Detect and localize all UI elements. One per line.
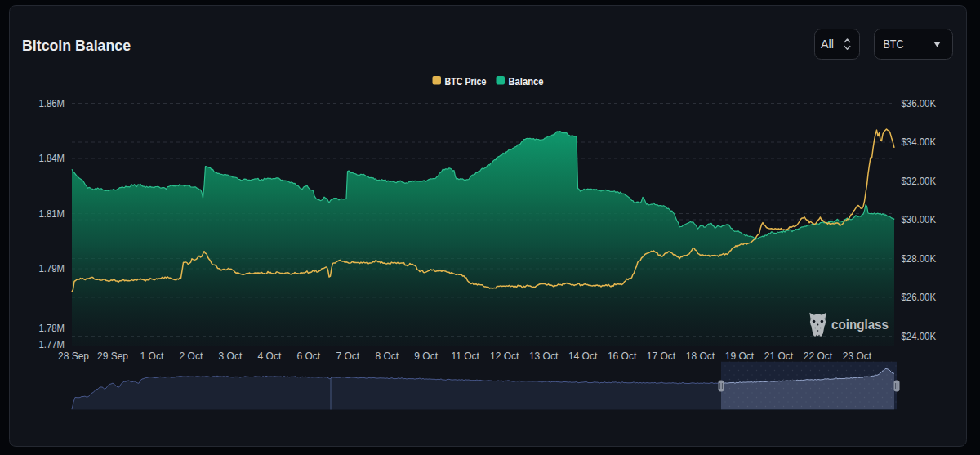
svg-text:1.77M: 1.77M <box>39 339 65 350</box>
svg-text:19 Oct: 19 Oct <box>725 350 755 362</box>
svg-text:$26.00K: $26.00K <box>902 292 937 303</box>
svg-text:$32.00K: $32.00K <box>902 176 937 187</box>
svg-text:$34.00K: $34.00K <box>902 136 937 148</box>
svg-text:Balance: Balance <box>509 75 544 87</box>
svg-text:29 Sep: 29 Sep <box>97 350 128 362</box>
svg-text:2 Oct: 2 Oct <box>180 350 203 362</box>
svg-text:6 Oct: 6 Oct <box>296 350 320 362</box>
svg-text:1.86M: 1.86M <box>39 98 65 109</box>
svg-text:1.78M: 1.78M <box>39 323 65 334</box>
svg-text:BTC: BTC <box>884 38 904 51</box>
svg-text:18 Oct: 18 Oct <box>686 350 715 362</box>
svg-text:7 Oct: 7 Oct <box>336 350 359 362</box>
svg-text:1.81M: 1.81M <box>39 208 65 220</box>
svg-text:28 Sep: 28 Sep <box>58 350 89 362</box>
svg-text:$36.00K: $36.00K <box>902 98 937 109</box>
svg-text:12 Oct: 12 Oct <box>490 350 519 362</box>
svg-text:Bitcoin Balance: Bitcoin Balance <box>22 37 131 54</box>
svg-text:14 Oct: 14 Oct <box>568 350 598 362</box>
svg-text:1.84M: 1.84M <box>39 153 65 164</box>
svg-text:$30.00K: $30.00K <box>902 214 937 225</box>
svg-text:All: All <box>821 38 834 51</box>
svg-text:21 Oct: 21 Oct <box>764 350 794 362</box>
svg-text:coinglass: coinglass <box>831 317 889 332</box>
svg-text:23 Oct: 23 Oct <box>843 350 872 362</box>
svg-text:$24.00K: $24.00K <box>902 331 937 342</box>
svg-text:BTC Price: BTC Price <box>445 75 487 87</box>
svg-text:4 Oct: 4 Oct <box>258 350 282 362</box>
svg-text:$28.00K: $28.00K <box>902 253 937 265</box>
svg-text:13 Oct: 13 Oct <box>529 350 559 362</box>
svg-text:1 Oct: 1 Oct <box>140 350 164 362</box>
svg-text:22 Oct: 22 Oct <box>804 350 833 362</box>
svg-text:11 Oct: 11 Oct <box>451 350 479 362</box>
svg-text:9 Oct: 9 Oct <box>414 350 438 362</box>
svg-text:8 Oct: 8 Oct <box>375 350 399 362</box>
svg-text:16 Oct: 16 Oct <box>608 350 637 362</box>
svg-text:1.79M: 1.79M <box>39 263 65 274</box>
svg-text:3 Oct: 3 Oct <box>219 350 243 362</box>
svg-text:17 Oct: 17 Oct <box>647 350 676 362</box>
